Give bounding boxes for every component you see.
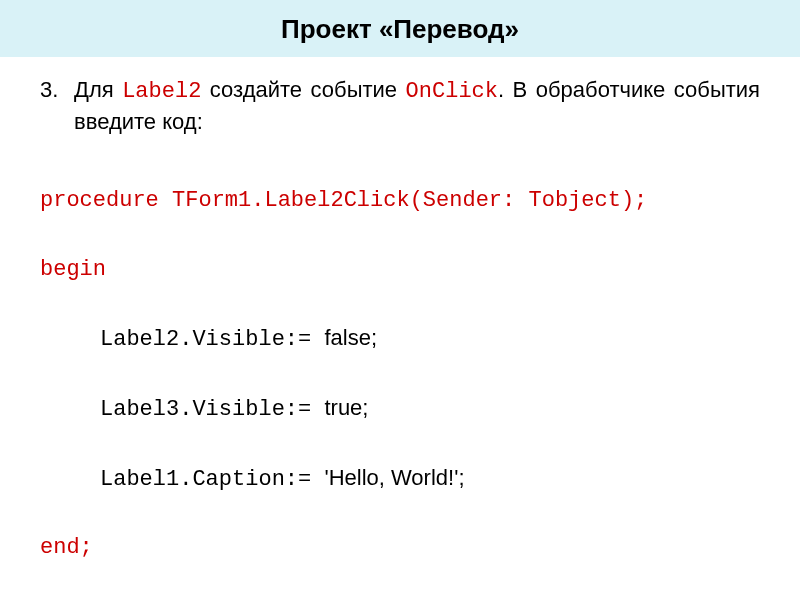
- code-line: Label3.Visible:= true;: [40, 391, 760, 427]
- code-line: Label1.Caption:= 'Hello, World!';: [40, 461, 760, 497]
- title-bar: Проект «Перевод»: [0, 0, 800, 57]
- code-line: procedure TForm1.Label2Click(Sender: Tob…: [40, 184, 760, 218]
- code-text: ;: [362, 395, 368, 420]
- list-body: Для Label2 создайте событие OnClick. В о…: [74, 75, 760, 136]
- list-item: 3. Для Label2 создайте событие OnClick. …: [40, 75, 760, 136]
- code-text: ;: [458, 465, 464, 490]
- text-part: Для: [74, 77, 122, 102]
- code-block: procedure TForm1.Label2Click(Sender: Tob…: [40, 150, 760, 600]
- code-line: Label2.Visible:= false;: [40, 321, 760, 357]
- code-line: begin: [40, 253, 760, 287]
- code-ref-onclick: OnClick: [406, 79, 498, 104]
- code-text: false: [324, 325, 370, 350]
- code-text: ;: [371, 325, 377, 350]
- code-text: true: [324, 395, 362, 420]
- slide: Проект «Перевод» 3. Для Label2 создайте …: [0, 0, 800, 600]
- code-text: Label3.Visible:=: [100, 397, 324, 422]
- code-text: Label2.Visible:=: [100, 327, 324, 352]
- text-part: создайте событие: [201, 77, 405, 102]
- slide-title: Проект «Перевод»: [0, 14, 800, 45]
- code-ref-label2: Label2: [122, 79, 201, 104]
- content-area: 3. Для Label2 создайте событие OnClick. …: [0, 57, 800, 600]
- code-text: Label1.Caption:=: [100, 467, 324, 492]
- code-line: end;: [40, 531, 760, 565]
- code-text: 'Hello, World!': [324, 465, 458, 490]
- list-number: 3.: [40, 75, 74, 105]
